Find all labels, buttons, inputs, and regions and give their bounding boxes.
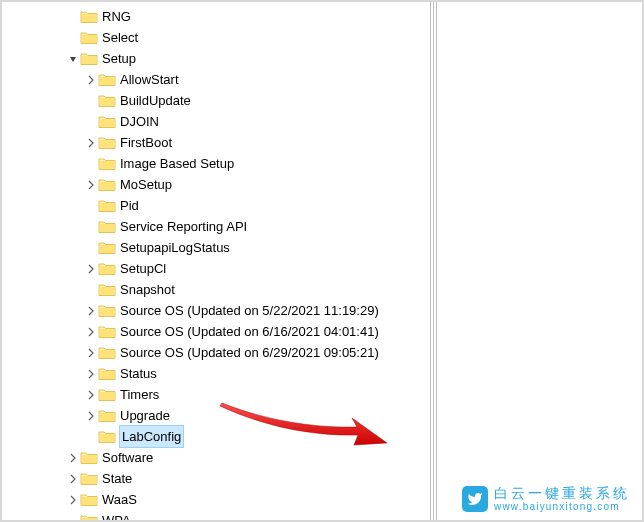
folder-icon <box>98 114 116 129</box>
arrow-spacer <box>84 430 98 444</box>
tree-item[interactable]: SetupCl <box>8 258 642 279</box>
tree-item[interactable]: SetupapiLogStatus <box>8 237 642 258</box>
tree-item-label: Service Reporting API <box>120 216 247 237</box>
tree-item[interactable]: Source OS (Updated on 6/29/2021 09:05:21… <box>8 342 642 363</box>
arrow-spacer <box>84 241 98 255</box>
tree-item-label: BuildUpdate <box>120 90 191 111</box>
arrow-spacer <box>84 94 98 108</box>
folder-icon <box>98 93 116 108</box>
tree-item[interactable]: Source OS (Updated on 5/22/2021 11:19:29… <box>8 300 642 321</box>
tree-item-label: RNG <box>102 6 131 27</box>
chevron-right-icon[interactable] <box>84 136 98 150</box>
chevron-right-icon[interactable] <box>84 73 98 87</box>
folder-icon <box>98 387 116 402</box>
tree-item-label: FirstBoot <box>120 132 172 153</box>
tree-item-label: DJOIN <box>120 111 159 132</box>
arrow-spacer <box>66 10 80 24</box>
chevron-right-icon[interactable] <box>84 178 98 192</box>
folder-icon <box>80 471 98 486</box>
tree-item-label: Software <box>102 447 153 468</box>
chevron-right-icon[interactable] <box>84 388 98 402</box>
registry-tree[interactable]: RNGSelectSetupAllowStartBuildUpdateDJOIN… <box>2 2 642 522</box>
chevron-right-icon[interactable] <box>84 346 98 360</box>
folder-icon <box>98 135 116 150</box>
folder-icon <box>98 408 116 423</box>
tree-item[interactable]: Setup <box>8 48 642 69</box>
tree-item[interactable]: MoSetup <box>8 174 642 195</box>
folder-icon <box>98 324 116 339</box>
folder-icon <box>80 9 98 24</box>
folder-icon <box>98 240 116 255</box>
folder-icon <box>98 219 116 234</box>
bird-icon <box>462 486 488 512</box>
tree-item[interactable]: Source OS (Updated on 6/16/2021 04:01:41… <box>8 321 642 342</box>
folder-icon <box>80 51 98 66</box>
folder-icon <box>98 261 116 276</box>
chevron-right-icon[interactable] <box>66 451 80 465</box>
tree-item-label: Source OS (Updated on 5/22/2021 11:19:29… <box>120 300 379 321</box>
tree-item-label: Upgrade <box>120 405 170 426</box>
tree-item[interactable]: AllowStart <box>8 69 642 90</box>
tree-item[interactable]: Select <box>8 27 642 48</box>
tree-item[interactable]: Pid <box>8 195 642 216</box>
folder-icon <box>98 72 116 87</box>
arrow-spacer <box>84 220 98 234</box>
tree-item-label: Source OS (Updated on 6/16/2021 04:01:41… <box>120 321 379 342</box>
folder-icon <box>80 30 98 45</box>
tree-item-label: AllowStart <box>120 69 179 90</box>
tree-item-label: Setup <box>102 48 136 69</box>
chevron-right-icon[interactable] <box>66 493 80 507</box>
watermark-brand: 白云一键重装系统 <box>494 486 630 501</box>
tree-item-label: Select <box>102 27 138 48</box>
arrow-spacer <box>66 31 80 45</box>
chevron-right-icon[interactable] <box>84 409 98 423</box>
tree-item[interactable]: Software <box>8 447 642 468</box>
tree-item-label: Timers <box>120 384 159 405</box>
folder-icon <box>98 198 116 213</box>
tree-item-label: State <box>102 468 132 489</box>
chevron-right-icon[interactable] <box>84 304 98 318</box>
tree-item[interactable]: FirstBoot <box>8 132 642 153</box>
tree-item-label: LabConfig <box>120 426 183 447</box>
tree-item[interactable]: Upgrade <box>8 405 642 426</box>
tree-item[interactable]: BuildUpdate <box>8 90 642 111</box>
chevron-right-icon[interactable] <box>84 262 98 276</box>
arrow-spacer <box>84 199 98 213</box>
chevron-right-icon[interactable] <box>84 325 98 339</box>
chevron-right-icon[interactable] <box>84 367 98 381</box>
folder-icon <box>98 429 116 444</box>
tree-item-label: Pid <box>120 195 139 216</box>
tree-item-label: MoSetup <box>120 174 172 195</box>
arrow-spacer <box>66 514 80 523</box>
folder-icon <box>98 366 116 381</box>
tree-item[interactable]: Image Based Setup <box>8 153 642 174</box>
tree-item-label: WaaS <box>102 489 137 510</box>
chevron-right-icon[interactable] <box>66 472 80 486</box>
tree-item-label: Source OS (Updated on 6/29/2021 09:05:21… <box>120 342 379 363</box>
tree-item-label: SetupCl <box>120 258 166 279</box>
tree-item[interactable]: Service Reporting API <box>8 216 642 237</box>
arrow-spacer <box>84 157 98 171</box>
tree-item-label: WPA <box>102 510 131 522</box>
folder-icon <box>98 177 116 192</box>
folder-icon <box>98 156 116 171</box>
tree-item[interactable]: DJOIN <box>8 111 642 132</box>
tree-item[interactable]: Timers <box>8 384 642 405</box>
tree-item[interactable]: RNG <box>8 6 642 27</box>
tree-item-label: SetupapiLogStatus <box>120 237 230 258</box>
tree-item[interactable]: Status <box>8 363 642 384</box>
folder-icon <box>80 513 98 522</box>
folder-icon <box>80 450 98 465</box>
watermark-url: www.baiyunxitong.com <box>494 501 630 512</box>
tree-item-label: Status <box>120 363 157 384</box>
chevron-down-icon[interactable] <box>66 52 80 66</box>
tree-item-label: Image Based Setup <box>120 153 234 174</box>
folder-icon <box>98 303 116 318</box>
folder-icon <box>98 345 116 360</box>
tree-item[interactable]: Snapshot <box>8 279 642 300</box>
watermark: 白云一键重装系统 www.baiyunxitong.com <box>462 486 630 512</box>
splitter[interactable] <box>430 2 438 520</box>
folder-icon <box>98 282 116 297</box>
tree-item[interactable]: LabConfig <box>8 426 642 447</box>
arrow-spacer <box>84 283 98 297</box>
